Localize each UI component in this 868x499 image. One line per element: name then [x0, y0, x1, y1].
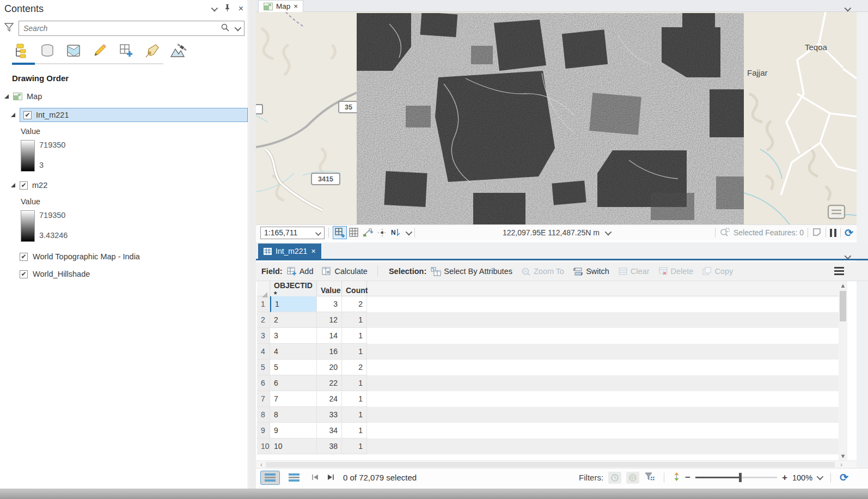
layer-checkbox[interactable]: ✔ — [20, 270, 28, 278]
horizontal-scrollbar[interactable]: ‹ › — [256, 460, 857, 468]
scrollbar-thumb[interactable] — [840, 291, 846, 321]
tab-list-by-snapping[interactable] — [64, 41, 83, 60]
slider-thumb[interactable] — [739, 473, 742, 482]
table-row[interactable]: 1 1 3 2 — [257, 296, 839, 312]
row-number[interactable]: 3 — [257, 328, 270, 344]
search-dropdown-chevron-icon[interactable] — [235, 23, 240, 33]
grid-alignment-tool-icon[interactable] — [375, 226, 389, 239]
map-canvas[interactable]: 35 3415 — [256, 12, 857, 224]
value-cell[interactable]: 12 — [317, 312, 342, 328]
close-table-icon[interactable]: × — [311, 247, 315, 255]
snapping-tool-icon[interactable] — [361, 226, 375, 239]
close-tab-icon[interactable]: × — [294, 3, 298, 10]
layer-name[interactable]: World Topographic Map - India — [33, 252, 140, 261]
layer-checkbox[interactable]: ✔ — [23, 111, 32, 119]
value-cell[interactable]: 33 — [317, 407, 342, 423]
layer-name[interactable]: Int_m221 — [36, 111, 69, 119]
objectid-cell[interactable]: 7 — [270, 391, 317, 407]
scrollbar-thumb[interactable] — [266, 462, 835, 467]
scroll-up-icon[interactable]: ▲ — [839, 281, 847, 290]
table-row[interactable]: 7 7 24 1 — [257, 391, 839, 407]
form-view-button[interactable] — [284, 471, 304, 485]
row-number[interactable]: 4 — [257, 344, 270, 360]
value-cell[interactable]: 16 — [317, 344, 342, 360]
objectid-cell[interactable]: 10 — [270, 439, 317, 454]
count-cell[interactable]: 1 — [342, 344, 367, 360]
table-view-button[interactable] — [260, 471, 280, 485]
count-cell[interactable]: 2 — [342, 296, 367, 312]
row-number[interactable]: 6 — [257, 375, 270, 391]
select-tool-icon[interactable] — [812, 227, 822, 239]
expander-icon[interactable] — [11, 113, 15, 117]
tab-list-by-labeling[interactable] — [117, 41, 135, 60]
value-cell[interactable]: 3 — [317, 296, 342, 312]
row-number[interactable]: 8 — [257, 407, 270, 423]
layer-name[interactable]: Map — [27, 92, 42, 101]
row-number[interactable]: 9 — [257, 423, 270, 439]
zoom-in-icon[interactable]: + — [782, 472, 787, 483]
search-icon[interactable] — [221, 23, 229, 34]
calculate-field-button[interactable]: Calculate — [322, 267, 367, 276]
count-cell[interactable]: 1 — [342, 328, 367, 344]
layer-name[interactable]: m22 — [32, 181, 47, 190]
zoom-out-icon[interactable]: − — [685, 472, 690, 483]
refresh-map-icon[interactable]: ⟳ — [845, 228, 853, 238]
objectid-cell[interactable]: 2 — [270, 312, 317, 328]
tab-list-by-data-source[interactable] — [38, 41, 57, 60]
selected-layer-highlight[interactable]: ✔ Int_m221 — [20, 108, 248, 122]
expander-icon[interactable] — [11, 183, 15, 187]
value-cell[interactable]: 34 — [317, 423, 342, 439]
pin-icon[interactable] — [224, 4, 231, 14]
table-row[interactable]: 4 4 16 1 — [257, 344, 839, 360]
objectid-cell[interactable]: 1 — [270, 296, 317, 312]
tab-list-by-perspective-imagery[interactable] — [169, 41, 187, 60]
objectid-cell[interactable]: 5 — [270, 360, 317, 375]
layer-node-world-hillshade[interactable]: ✔ World_Hillshade — [0, 267, 248, 281]
select-by-attributes-button[interactable]: Select By Attributes — [431, 267, 512, 276]
grid-tool-icon[interactable] — [347, 226, 361, 239]
tab-map[interactable]: Map × — [258, 0, 303, 12]
pause-drawing-icon[interactable] — [830, 229, 836, 237]
count-cell[interactable]: 1 — [342, 375, 367, 391]
refresh-table-icon[interactable]: ⟳ — [840, 472, 848, 483]
switch-selection-button[interactable]: Switch — [573, 267, 609, 276]
layer-node-map[interactable]: Map — [0, 89, 248, 104]
coordinates-chevron-icon[interactable] — [605, 228, 610, 237]
row-number[interactable]: 2 — [257, 312, 270, 328]
first-record-icon[interactable] — [311, 473, 319, 482]
row-number[interactable]: 7 — [257, 391, 270, 407]
table-row[interactable]: 10 10 38 1 — [257, 439, 839, 454]
row-number[interactable]: 10 — [257, 439, 270, 454]
table-row[interactable]: 9 9 34 1 — [257, 423, 839, 439]
pane-options-chevron-icon[interactable] — [211, 4, 216, 14]
objectid-cell[interactable]: 3 — [270, 328, 317, 344]
count-cell[interactable]: 1 — [342, 439, 367, 454]
vertical-scrollbar[interactable]: ▲ ▼ — [839, 281, 847, 460]
last-record-icon[interactable] — [327, 473, 334, 482]
count-cell[interactable]: 1 — [342, 312, 367, 328]
layer-node-m22[interactable]: ✔ m22 — [0, 178, 248, 192]
objectid-cell[interactable]: 8 — [270, 407, 317, 423]
value-cell[interactable]: 24 — [317, 391, 342, 407]
layer-checkbox[interactable]: ✔ — [20, 181, 28, 190]
count-cell[interactable]: 2 — [342, 360, 367, 375]
tab-list-by-charts[interactable] — [143, 41, 161, 60]
expander-icon[interactable] — [4, 94, 9, 99]
select-features-magnifier-icon[interactable] — [719, 227, 730, 239]
filter-icon[interactable] — [4, 23, 14, 34]
scale-select[interactable]: 1:165,711 — [260, 227, 325, 239]
table-row[interactable]: 2 2 12 1 — [257, 312, 839, 328]
grid-selected-tool-icon[interactable] — [333, 226, 347, 239]
overview-widget-icon[interactable] — [827, 204, 846, 220]
search-input[interactable] — [19, 24, 221, 33]
table-zoom-slider[interactable] — [695, 477, 777, 478]
tab-int-m221[interactable]: Int_m221 × — [258, 244, 321, 259]
pane-divider[interactable] — [249, 0, 256, 489]
table-row[interactable]: 8 8 33 1 — [257, 407, 839, 423]
value-cell[interactable]: 20 — [317, 360, 342, 375]
layer-checkbox[interactable]: ✔ — [20, 253, 28, 261]
value-cell[interactable]: 22 — [317, 375, 342, 391]
count-cell[interactable]: 1 — [342, 407, 367, 423]
scroll-left-icon[interactable]: ‹ — [257, 461, 266, 468]
table-row[interactable]: 5 5 20 2 — [257, 360, 839, 375]
